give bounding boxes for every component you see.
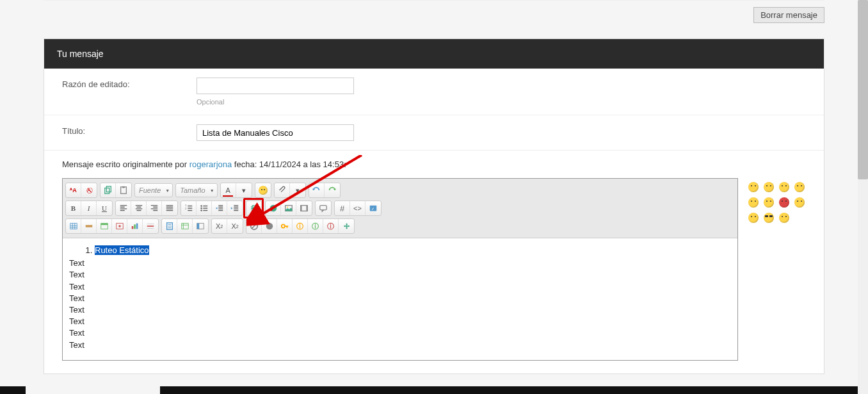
emoji-smile-icon[interactable] (748, 182, 759, 192)
info2-icon[interactable]: ⓘ (323, 219, 339, 233)
svg-point-7 (200, 208, 202, 209)
message-panel: Tu mensaje Razón de editado: Opcional Tí… (44, 38, 824, 374)
attach-icon[interactable] (275, 183, 290, 197)
unlink-icon[interactable] (266, 201, 281, 215)
symbol-icon[interactable]: ✢ (339, 219, 354, 233)
emoji-wink-icon[interactable] (748, 197, 759, 208)
edit-reason-label: Razón de editado: (62, 78, 184, 89)
content-line: Text (69, 304, 731, 316)
align-center-icon[interactable] (131, 201, 147, 215)
svg-text:2: 2 (184, 207, 186, 210)
text-color-dropdown-icon[interactable]: ▾ (236, 183, 252, 197)
emoji-tongue-icon[interactable] (794, 197, 805, 208)
editor-toolbar: ᴬA A⃠ Fuente Tamaño A ▾ (63, 179, 737, 238)
editor-textarea[interactable]: Ruteo Estático Text Text Text Text Text … (63, 238, 737, 360)
align-justify-icon[interactable] (162, 201, 177, 215)
svg-rect-15 (301, 206, 302, 211)
font-select[interactable]: Fuente (134, 183, 173, 197)
quote-icon[interactable] (316, 201, 331, 215)
align-right-icon[interactable] (147, 201, 162, 215)
chart-icon[interactable] (127, 219, 143, 233)
font-color-icon[interactable]: ᴬA (66, 183, 81, 197)
svg-rect-32 (197, 224, 200, 229)
spreadsheet-icon[interactable] (177, 219, 193, 233)
svg-rect-21 (85, 225, 92, 227)
emoji-laugh-icon[interactable] (794, 182, 805, 192)
list-item: Ruteo Estático (95, 245, 731, 256)
subscript-icon[interactable]: X2 (212, 219, 227, 233)
underline-icon[interactable]: U (97, 201, 112, 215)
indent-icon[interactable] (227, 201, 243, 215)
emoji-insert-icon[interactable] (255, 183, 271, 197)
emoji-cool-icon[interactable] (764, 213, 774, 223)
edit-reason-hint: Opcional (197, 98, 354, 106)
hash-icon[interactable]: # (335, 201, 350, 215)
author-link[interactable]: rogerarjona (189, 160, 232, 169)
emoji-sad-icon[interactable] (764, 197, 774, 208)
svg-rect-3 (122, 186, 125, 188)
content-line: Text (69, 340, 731, 351)
content-line: Text (69, 258, 731, 269)
svg-text:✓: ✓ (371, 206, 374, 211)
emoji-neutral-icon[interactable] (779, 213, 789, 223)
attach-dropdown-icon[interactable]: ▾ (290, 183, 305, 197)
delete-message-button[interactable]: Borrar mensaje (753, 7, 824, 23)
table-cell-icon[interactable] (97, 219, 112, 233)
layout-icon[interactable] (193, 219, 208, 233)
code-icon[interactable]: <> (350, 201, 366, 215)
info-warning-icon[interactable]: ⓘ (293, 219, 308, 233)
svg-rect-16 (307, 206, 308, 211)
emoji-confused-icon[interactable] (764, 182, 774, 192)
taskbar-item (26, 386, 160, 394)
svg-rect-0 (104, 188, 109, 194)
redo-icon[interactable] (325, 183, 340, 197)
table-insert-icon[interactable] (66, 219, 81, 233)
emoji-panel (748, 178, 806, 223)
table-props-icon[interactable] (112, 219, 127, 233)
clear-format-icon[interactable] (246, 219, 262, 233)
svg-rect-28 (136, 224, 138, 229)
svg-point-34 (266, 223, 273, 230)
image-icon[interactable] (281, 201, 296, 215)
paste-icon[interactable] (116, 183, 131, 197)
svg-rect-23 (100, 224, 108, 226)
size-select[interactable]: Tamaño (175, 183, 217, 197)
hr-icon[interactable] (143, 219, 158, 233)
undo-icon[interactable] (309, 183, 325, 197)
outdent-icon[interactable] (212, 201, 227, 215)
key-icon[interactable] (277, 219, 293, 233)
scrollbar-thumb[interactable] (858, 0, 868, 179)
emoji-grin-icon[interactable] (779, 182, 789, 192)
superscript-icon[interactable]: X2 (227, 219, 243, 233)
bold-icon[interactable]: B (66, 201, 81, 215)
page-scrollbar[interactable] (858, 0, 868, 394)
align-left-icon[interactable] (116, 201, 131, 215)
svg-rect-20 (70, 224, 77, 229)
title-input[interactable] (197, 124, 354, 141)
editor-container: ᴬA A⃠ Fuente Tamaño A ▾ (62, 178, 738, 361)
edit-reason-input[interactable] (197, 78, 354, 94)
document-icon[interactable] (162, 219, 177, 233)
text-color-icon[interactable]: A (221, 183, 236, 197)
font-remove-icon[interactable]: A⃠ (81, 183, 97, 197)
video-icon[interactable] (296, 201, 312, 215)
svg-rect-27 (134, 224, 136, 229)
content-line: Text (69, 316, 731, 327)
copy-icon[interactable] (100, 183, 116, 197)
svg-point-6 (200, 205, 202, 207)
title-label: Título: (62, 124, 184, 136)
link-icon[interactable] (246, 201, 262, 215)
ordered-list-icon[interactable]: 12 (181, 201, 197, 215)
info1-icon[interactable]: ⓘ (308, 219, 323, 233)
table-row-icon[interactable] (81, 219, 97, 233)
preview-icon[interactable]: ✓ (366, 201, 381, 215)
emoji-blush-icon[interactable] (748, 213, 759, 223)
emoji-angry-icon[interactable] (779, 197, 789, 208)
unordered-list-icon[interactable] (197, 201, 212, 215)
svg-rect-1 (106, 186, 111, 192)
content-line: Text (69, 269, 731, 281)
italic-icon[interactable]: I (81, 201, 97, 215)
globe-icon[interactable] (262, 219, 277, 233)
content-line: Text (69, 281, 731, 293)
selected-text: Ruteo Estático (95, 245, 149, 255)
